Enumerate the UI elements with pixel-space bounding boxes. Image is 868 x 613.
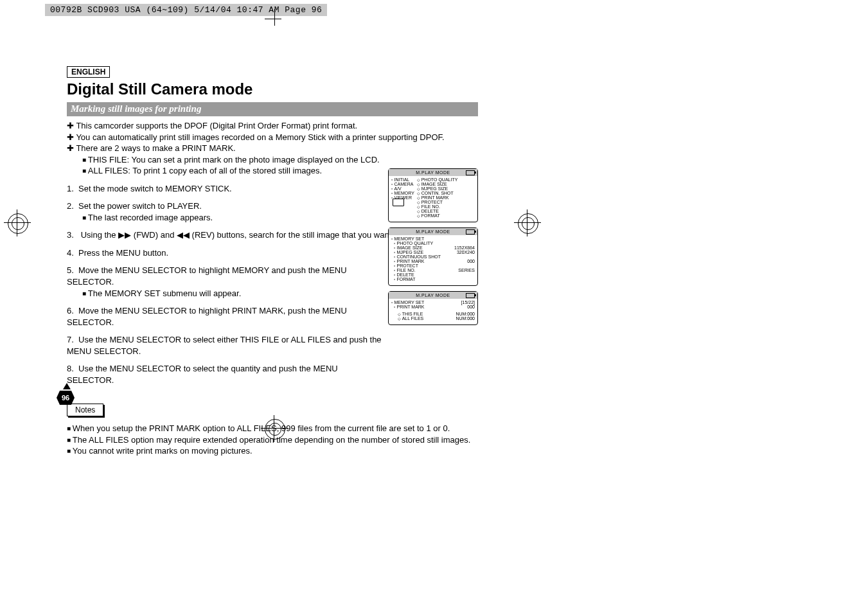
submenu-item: DELETE bbox=[394, 272, 414, 277]
note-line: The ALL FILES option may require extende… bbox=[67, 434, 478, 446]
camcorder-icon bbox=[393, 199, 404, 206]
battery-icon bbox=[466, 229, 475, 235]
menu-right-item: FILE NO. bbox=[417, 204, 475, 209]
page-number-badge: 96 bbox=[57, 391, 75, 405]
step-item: 5.Move the MENU SELECTOR to highlight ME… bbox=[67, 265, 382, 299]
lcd-header: M.PLAY MODE bbox=[389, 228, 477, 235]
menu-right-item: IMAGE SIZE bbox=[417, 182, 475, 186]
step-item: 6.Move the MENU SELECTOR to highlight PR… bbox=[67, 305, 382, 328]
step-text: Use the MENU SELECTOR to select the quan… bbox=[67, 364, 338, 385]
submenu-item: PHOTO QUALITY bbox=[394, 241, 433, 245]
intro-line: This camcorder supports the DPOF (Digita… bbox=[67, 120, 478, 132]
language-label: ENGLISH bbox=[67, 66, 110, 78]
submenu-value: 320X240 bbox=[457, 250, 475, 254]
lcd-screen-3: M.PLAY MODE MEMORY SET [15/22] PRINT MAR… bbox=[388, 291, 478, 325]
menu-left-item: MEMORY bbox=[391, 191, 414, 195]
submenu-value: SERIES bbox=[458, 268, 475, 272]
intro-subline: THIS FILE: You can set a print mark on t… bbox=[82, 154, 478, 166]
lcd-screen-1: M.PLAY MODE INITIAL CAMERA A/V MEMORY VI… bbox=[388, 168, 478, 222]
note-line: When you setup the PRINT MARK option to … bbox=[67, 423, 478, 434]
step-subtext: The MEMORY SET submenu will appear. bbox=[82, 288, 382, 299]
file-counter: [15/22] bbox=[461, 300, 475, 305]
submenu-value: 000 bbox=[467, 259, 475, 263]
rewind-icon: ◀◀ bbox=[177, 230, 190, 240]
menu-right-item: CONTIN. SHOT bbox=[417, 191, 475, 195]
menu-right-item: MJPEG SIZE bbox=[417, 186, 475, 191]
step-item: 8.Use the MENU SELECTOR to select the qu… bbox=[67, 363, 382, 386]
page-title: Digital Still Camera mode bbox=[67, 80, 478, 98]
registration-mark-icon bbox=[4, 209, 31, 236]
step-text: Press the MENU button. bbox=[78, 248, 168, 258]
submenu-item: IMAGE SIZE bbox=[394, 245, 423, 250]
lcd-screen-2: M.PLAY MODE MEMORY SET PHOTO QUALITY IMA… bbox=[388, 227, 478, 286]
battery-icon bbox=[466, 293, 475, 298]
step-text: Move the MENU SELECTOR to highlight PRIN… bbox=[67, 306, 347, 327]
lcd-header: M.PLAY MODE bbox=[389, 169, 477, 176]
menu-left-item: INITIAL bbox=[391, 177, 414, 182]
crop-mark-icon bbox=[269, 13, 281, 26]
submenu-item: PROTECT bbox=[394, 263, 418, 268]
submenu-title: MEMORY SET bbox=[391, 300, 424, 305]
fast-forward-icon: ▶▶ bbox=[118, 230, 131, 240]
note-line: You cannot write print marks on moving p… bbox=[67, 445, 478, 457]
step-text-part: Using the bbox=[81, 230, 119, 240]
option-value: NUM:000 bbox=[456, 312, 475, 316]
step-text: Use the MENU SELECTOR to select either T… bbox=[67, 335, 382, 356]
step-text: Move the MENU SELECTOR to highlight MEMO… bbox=[67, 265, 347, 287]
submenu-item: PRINT MARK bbox=[394, 259, 425, 263]
option-value: NUM:000 bbox=[456, 316, 475, 321]
lcd-screens: M.PLAY MODE INITIAL CAMERA A/V MEMORY VI… bbox=[388, 168, 478, 330]
section-heading: Marking still images for printing bbox=[67, 102, 478, 116]
submenu-item: FILE NO. bbox=[394, 268, 416, 272]
battery-icon bbox=[466, 170, 475, 175]
triangle-marker-icon bbox=[63, 383, 71, 389]
menu-left-item: CAMERA bbox=[391, 182, 414, 186]
notes-block: When you setup the PRINT MARK option to … bbox=[67, 423, 478, 457]
lcd-header-text: M.PLAY MODE bbox=[416, 229, 450, 234]
submenu-item: MJPEG SIZE bbox=[394, 250, 423, 254]
print-job-header: 00792B SCD903 USA (64~109) 5/14/04 10:47… bbox=[45, 4, 327, 16]
notes-label-box: Notes bbox=[67, 404, 103, 416]
print-mark-label: PRINT MARK bbox=[391, 305, 425, 309]
page: 00792B SCD903 USA (64~109) 5/14/04 10:47… bbox=[0, 0, 868, 613]
print-mark-count: 000 bbox=[467, 305, 475, 309]
registration-mark-icon bbox=[514, 209, 541, 236]
step-item: 7.Use the MENU SELECTOR to select either… bbox=[67, 334, 382, 357]
menu-right-item: PROTECT bbox=[417, 200, 475, 204]
lcd-header: M.PLAY MODE bbox=[389, 292, 477, 299]
option-this-file: THIS FILE bbox=[398, 312, 423, 316]
submenu-item: FORMAT bbox=[394, 277, 416, 281]
lcd-header-text: M.PLAY MODE bbox=[416, 293, 450, 298]
menu-right-item: FORMAT bbox=[417, 213, 475, 218]
submenu-value: 1152X864 bbox=[454, 245, 475, 250]
intro-line: There are 2 ways to make a PRINT MARK. bbox=[67, 143, 478, 154]
menu-right-item: PRINT MARK bbox=[417, 195, 475, 200]
lcd-header-text: M.PLAY MODE bbox=[416, 170, 450, 175]
intro-line: You can automatically print still images… bbox=[67, 132, 478, 143]
submenu-title: MEMORY SET bbox=[391, 236, 475, 241]
step-text-part: (FWD) and bbox=[134, 230, 177, 240]
step-text: Set the power switch to PLAYER. bbox=[78, 201, 202, 211]
menu-right-item: DELETE bbox=[417, 209, 475, 213]
step-text: Set the mode switch to MEMORY STICK. bbox=[78, 184, 232, 193]
option-all-files: ALL FILES bbox=[398, 316, 423, 321]
menu-left-item: A/V bbox=[391, 186, 414, 191]
menu-right-item: PHOTO QUALITY bbox=[417, 177, 475, 182]
submenu-item: CONTINUOUS SHOT bbox=[394, 254, 441, 259]
